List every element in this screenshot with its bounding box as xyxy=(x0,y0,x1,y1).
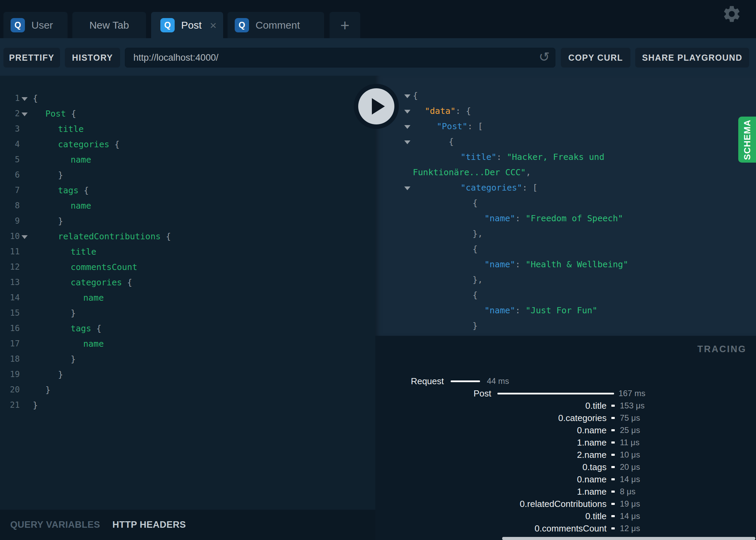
schema-side-tab[interactable]: SCHEMA xyxy=(738,117,756,163)
code-token: name xyxy=(83,293,104,303)
line-number: 17 xyxy=(0,336,20,351)
code-line: 13categories { xyxy=(0,275,375,290)
code-token: tags xyxy=(58,185,78,195)
code-text: } xyxy=(71,351,76,367)
prettify-button[interactable]: PRETTIFY xyxy=(3,48,60,68)
response-line: "title": "Hacker, Freaks und xyxy=(375,149,756,165)
code-text: } xyxy=(58,213,63,229)
code-line: 18} xyxy=(0,351,375,367)
line-number: 13 xyxy=(0,275,20,290)
response-text: ] xyxy=(461,333,466,336)
trace-field-time: 8 μs xyxy=(620,485,636,498)
code-token: Funktionäre...Der CCC" xyxy=(413,167,526,177)
code-token: } xyxy=(33,400,38,410)
trace-field-time: 11 μs xyxy=(620,436,639,449)
response-line: { xyxy=(375,88,756,103)
code-line: 15} xyxy=(0,305,375,321)
code-token: relatedContributions xyxy=(58,231,161,241)
horizontal-scrollbar[interactable] xyxy=(502,537,755,540)
code-line: 6} xyxy=(0,167,375,183)
response-text: "name": "Health & Wellbeing" xyxy=(484,257,628,272)
code-token: tags xyxy=(71,324,91,333)
line-number: 1 xyxy=(0,91,20,106)
query-variables-tab[interactable]: QUERY VARIABLES xyxy=(10,520,100,530)
response-line: "categories": [ xyxy=(375,180,756,195)
code-token: name xyxy=(71,155,91,165)
history-button[interactable]: HISTORY xyxy=(65,48,120,68)
close-tab-icon[interactable]: × xyxy=(210,19,217,31)
tab-post[interactable]: Q Post × xyxy=(151,12,223,38)
trace-row: 1.name11 μs xyxy=(375,436,756,449)
code-token: } xyxy=(71,354,76,364)
code-text: name xyxy=(83,290,104,305)
response-line: } xyxy=(375,318,756,333)
fold-arrow-icon[interactable] xyxy=(21,235,28,239)
trace-request-label: Request xyxy=(375,375,444,387)
collapse-arrow-icon[interactable] xyxy=(404,140,410,144)
trace-bar xyxy=(611,503,615,505)
execute-query-button[interactable] xyxy=(354,84,399,129)
response-line: { xyxy=(375,134,756,149)
query-badge-icon: Q xyxy=(11,18,25,32)
gear-icon xyxy=(722,4,742,24)
add-tab-button[interactable]: + xyxy=(330,12,360,38)
code-token: { xyxy=(161,231,171,241)
trace-row: 0.categories75 μs xyxy=(375,412,756,424)
code-token: categories xyxy=(58,139,110,149)
endpoint-url-input[interactable] xyxy=(125,48,555,67)
code-text: } xyxy=(58,167,63,183)
code-token: { xyxy=(110,139,120,149)
share-playground-button[interactable]: SHARE PLAYGROUND xyxy=(635,48,749,68)
code-token: "Health & Wellbeing" xyxy=(525,259,628,269)
code-token: Post xyxy=(45,109,66,119)
code-token: name xyxy=(83,339,104,349)
response-line: }, xyxy=(375,226,756,241)
code-token: { xyxy=(449,137,454,147)
http-headers-tab[interactable]: HTTP HEADERS xyxy=(113,520,186,530)
settings-button[interactable] xyxy=(722,4,742,24)
code-token: { xyxy=(91,324,101,333)
trace-field-time: 14 μs xyxy=(620,510,640,522)
response-line: "Post": [ xyxy=(375,119,756,134)
copy-curl-button[interactable]: COPY CURL xyxy=(561,48,630,68)
tab-comment[interactable]: Q Comment xyxy=(228,12,324,38)
collapse-arrow-icon[interactable] xyxy=(404,186,410,190)
code-line: 17name xyxy=(0,336,375,351)
trace-field-time: 25 μs xyxy=(620,424,640,436)
trace-request-time: 44 ms xyxy=(487,375,509,387)
tracing-panel: TRACING Request 44 ms Post 167 ms 0.titl… xyxy=(375,336,756,540)
response-text: } xyxy=(472,318,478,333)
trace-field-time: 12 μs xyxy=(620,522,640,535)
response-line: { xyxy=(375,195,756,211)
tab-user[interactable]: Q User xyxy=(3,12,68,38)
query-badge-icon: Q xyxy=(235,18,249,32)
refresh-schema-icon[interactable]: ↺ xyxy=(539,49,550,64)
code-token: "name" xyxy=(484,305,515,315)
collapse-arrow-icon[interactable] xyxy=(404,125,410,129)
tab-new-tab[interactable]: New Tab xyxy=(72,12,146,38)
tab-label: User xyxy=(31,19,53,31)
trace-bar xyxy=(611,478,615,480)
trace-row: 0.name14 μs xyxy=(375,473,756,485)
code-token: } xyxy=(58,170,63,180)
response-text: }, xyxy=(472,226,483,241)
code-line: 2Post { xyxy=(0,106,375,121)
line-number: 2 xyxy=(0,106,20,121)
code-token: }, xyxy=(472,229,483,239)
collapse-arrow-icon[interactable] xyxy=(404,110,410,114)
response-line: { xyxy=(375,287,756,303)
code-token: : { xyxy=(455,106,471,116)
fold-arrow-icon[interactable] xyxy=(21,112,28,116)
query-editor[interactable]: 1{2Post {3title4categories {5name6}7tags… xyxy=(0,76,375,510)
code-line: 12commentsCount xyxy=(0,259,375,275)
line-number: 3 xyxy=(0,121,20,137)
play-button-circle xyxy=(358,88,394,124)
code-token: } xyxy=(71,308,76,318)
response-text: "name": "Just For Fun" xyxy=(484,303,597,318)
line-number: 9 xyxy=(0,213,20,229)
fold-arrow-icon[interactable] xyxy=(21,97,28,101)
code-token: name xyxy=(71,201,91,211)
trace-field-label: 0.title xyxy=(585,510,607,522)
trace-request-bar xyxy=(451,380,480,382)
collapse-arrow-icon[interactable] xyxy=(404,94,410,98)
